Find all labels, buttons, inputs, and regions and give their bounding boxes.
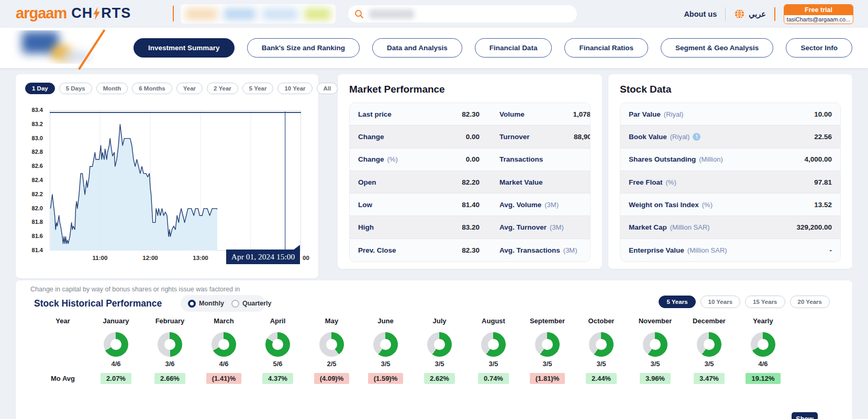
row-label: Avg. Turnover (3M) bbox=[499, 223, 564, 231]
row-label: Transactions bbox=[499, 155, 543, 163]
header-actions: About us عربي Free trial tasiCharts@arga… bbox=[684, 0, 853, 28]
range-month[interactable]: Month bbox=[96, 83, 128, 94]
donut-chart-september bbox=[535, 332, 560, 357]
row-label: Shares Outstanding (Million) bbox=[629, 155, 764, 163]
y-axis-labels: 83.483.283.082.882.682.482.282.081.881.6… bbox=[16, 110, 47, 251]
monthly-return-badge: (1.81)% bbox=[530, 373, 565, 384]
year-range-5-years[interactable]: 5 Years bbox=[659, 296, 695, 308]
monthly-performance-grid: YearMo AvgJanuary4/62.07%February3/62.66… bbox=[37, 317, 790, 386]
donut-fraction: 3/5 bbox=[488, 360, 498, 370]
tab-bank-s-size-and-ranking[interactable]: Bank's Size and Ranking bbox=[247, 38, 360, 58]
site-logo[interactable]: argaam CHRTS bbox=[16, 5, 131, 22]
donut-fraction: 3/5 bbox=[704, 360, 714, 370]
column-august: August3/50.74% bbox=[466, 317, 520, 386]
tab-segment-geo-analysis[interactable]: Segment & Geo Analysis bbox=[661, 38, 773, 58]
range-2-year[interactable]: 2 Year bbox=[207, 83, 238, 94]
language-toggle[interactable]: عربي bbox=[734, 8, 766, 19]
row-label: Avg. Volume (3M) bbox=[499, 201, 559, 209]
row-value: 329,200.00 bbox=[764, 223, 832, 231]
free-trial-label: Free trial bbox=[784, 5, 853, 15]
y-tick: 81.8 bbox=[32, 219, 43, 225]
search-bar[interactable] bbox=[348, 5, 577, 22]
range-all[interactable]: All bbox=[317, 83, 338, 94]
row-value: 22.56 bbox=[764, 133, 832, 141]
column-header: March bbox=[214, 317, 233, 329]
blurred-item bbox=[224, 8, 255, 20]
range-5-days[interactable]: 5 Days bbox=[59, 83, 92, 94]
row-label: Change (%) bbox=[358, 155, 437, 163]
column-december: December3/53.47% bbox=[682, 317, 736, 386]
donut-chart-july bbox=[427, 332, 452, 357]
show-button[interactable]: Show bbox=[792, 412, 818, 419]
free-trial-button[interactable]: Free trial tasiCharts@argaam.co... bbox=[784, 4, 853, 24]
y-tick: 82.6 bbox=[32, 163, 43, 169]
radio-label: Monthly bbox=[199, 300, 224, 307]
year-range-10-years[interactable]: 10 Years bbox=[700, 296, 740, 308]
table-row-book-value: Book Value (Riyal) !22.56 bbox=[620, 126, 840, 148]
row-label: Low bbox=[358, 201, 437, 209]
globe-icon bbox=[734, 8, 745, 19]
y-tick: 83.0 bbox=[32, 135, 43, 141]
top-header: argaam CHRTS About us عربي Free trial ta… bbox=[0, 0, 868, 28]
monthly-return-badge: 19.12% bbox=[745, 373, 780, 384]
radio-quarterly[interactable]: Quarterly bbox=[231, 300, 272, 308]
stock-data-table: Par Value (Riyal)10.00Book Value (Riyal)… bbox=[620, 103, 841, 262]
donut-chart-december bbox=[697, 332, 721, 357]
row-value: 9,467.89 bbox=[577, 246, 591, 254]
row-label: Weight on Tasi Index (%) bbox=[629, 201, 764, 209]
monthly-return-badge: (4.09)% bbox=[314, 373, 350, 384]
radio-label: Quarterly bbox=[242, 300, 272, 307]
range-year[interactable]: Year bbox=[176, 83, 203, 94]
range-1-day[interactable]: 1 Day bbox=[25, 83, 55, 94]
time-range-selector: 1 Day5 DaysMonth6 MonthsYear2 Year5 Year… bbox=[16, 74, 318, 94]
column-header: October bbox=[588, 317, 615, 329]
table-row-par-value: Par Value (Riyal)10.00 bbox=[620, 103, 840, 126]
language-label: عربي bbox=[749, 10, 766, 18]
row-label: Prev. Close bbox=[358, 246, 437, 254]
y-tick: 81.6 bbox=[32, 233, 43, 239]
row-label: Volume bbox=[499, 110, 525, 118]
tab-sector-info[interactable]: Sector Info bbox=[786, 38, 852, 58]
donut-fraction: 3/5 bbox=[435, 360, 444, 370]
column-header: June bbox=[377, 317, 393, 329]
column-header: February bbox=[155, 317, 185, 329]
table-row-enterprise-value: Enterprise Value (Million SAR)- bbox=[620, 239, 840, 262]
donut-chart-june bbox=[373, 332, 398, 357]
y-tick: 82.4 bbox=[32, 177, 43, 183]
radio-monthly[interactable]: Monthly bbox=[188, 300, 224, 308]
tab-financial-data[interactable]: Financial Data bbox=[475, 38, 552, 58]
column-february: February3/62.66% bbox=[143, 317, 197, 386]
market-performance-table: Last price82.30Volume1,078,311Change0.00… bbox=[349, 103, 591, 262]
year-range-15-years[interactable]: 15 Years bbox=[745, 296, 785, 308]
row-label: Market Value bbox=[499, 178, 543, 186]
monthly-return-badge: 2.44% bbox=[586, 373, 617, 384]
row-label: Book Value (Riyal) ! bbox=[629, 133, 764, 141]
blurred-item bbox=[305, 8, 330, 20]
range-10-year[interactable]: 10 Year bbox=[277, 83, 312, 94]
tab-financial-ratios[interactable]: Financial Ratios bbox=[564, 38, 648, 58]
row-label: Market Cap (Million SAR) bbox=[629, 223, 764, 231]
price-chart-plot[interactable] bbox=[50, 110, 301, 251]
row-value: 369,016,247.64 bbox=[564, 223, 591, 231]
column-september: September3/5(1.81)% bbox=[520, 317, 574, 386]
about-us-link[interactable]: About us bbox=[684, 10, 717, 18]
row-label: Turnover bbox=[499, 133, 530, 141]
row-value: 5,087 bbox=[543, 155, 591, 163]
column-march: March4/6(1.41)% bbox=[197, 317, 251, 386]
info-icon[interactable]: ! bbox=[693, 133, 700, 141]
column-header: Year bbox=[55, 317, 70, 329]
range-6-months[interactable]: 6 Months bbox=[132, 83, 172, 94]
tab-data-and-analysis[interactable]: Data and Analysis bbox=[372, 38, 462, 58]
section-nav-row: Investment SummaryBank's Size and Rankin… bbox=[0, 28, 868, 68]
row-label: Change bbox=[358, 133, 437, 141]
monthly-return-badge: 0.74% bbox=[478, 373, 509, 384]
x-tick: 13:00 bbox=[193, 255, 208, 261]
donut-fraction: 5/6 bbox=[273, 360, 282, 370]
row-value: 82.30 bbox=[437, 246, 480, 254]
range-5-year[interactable]: 5 Year bbox=[242, 83, 274, 94]
year-range-20-years[interactable]: 20 Years bbox=[790, 296, 830, 308]
column-year: YearMo Avg bbox=[37, 317, 89, 386]
logo-argaam-text: argaam bbox=[16, 5, 66, 22]
donut-chart-august bbox=[481, 332, 506, 357]
tab-investment-summary[interactable]: Investment Summary bbox=[133, 38, 235, 58]
